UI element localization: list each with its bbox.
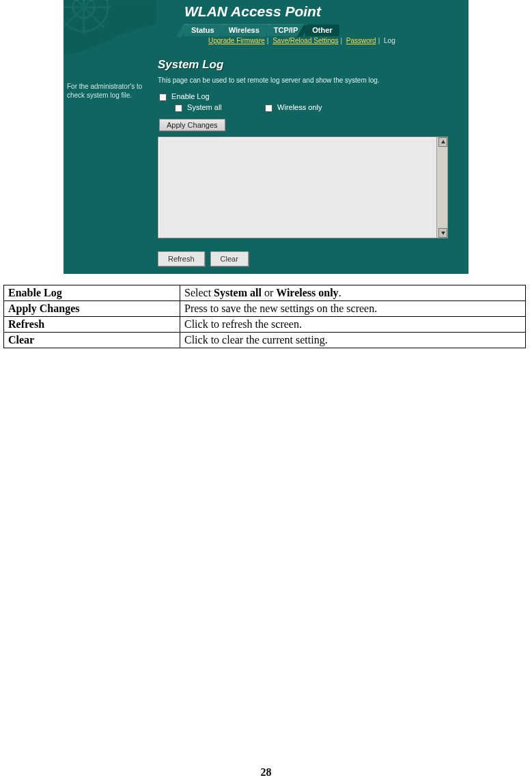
desc-cell: Click to refresh the screen. [180, 317, 526, 333]
scrollbar[interactable] [436, 137, 447, 238]
page-number: 28 [0, 766, 532, 779]
system-all-label: System all [187, 103, 222, 111]
scroll-down-icon[interactable] [438, 228, 447, 238]
term-cell: Enable Log [4, 285, 180, 301]
scroll-up-icon[interactable] [438, 137, 447, 147]
gear-decoration [64, 0, 158, 55]
enable-log-checkbox[interactable] [159, 94, 167, 101]
subnav: Upgrade Firmware| Save/Reload Settings| … [208, 37, 395, 44]
table-row: Refresh Click to refresh the screen. [4, 317, 526, 333]
table-row: Enable Log Select System all or Wireless… [4, 285, 526, 301]
tab-other[interactable]: Other [305, 24, 339, 36]
term-cell: Refresh [4, 317, 180, 333]
desc-cell: Click to clear the current setting. [180, 333, 526, 348]
sidebar-help-text: For the administrator's to check system … [67, 82, 149, 100]
refresh-button[interactable]: Refresh [158, 251, 205, 266]
desc-cell: Select System all or Wireless only. [180, 285, 526, 301]
clear-button[interactable]: Clear [210, 251, 249, 266]
system-all-checkbox[interactable] [175, 104, 182, 112]
term-cell: Clear [4, 333, 180, 348]
enable-log-label: Enable Log [171, 92, 210, 100]
wireless-only-checkbox[interactable] [265, 104, 272, 112]
subnav-log-current: Log [384, 37, 395, 44]
section-title: System Log [158, 58, 223, 72]
term-cell: Apply Changes [4, 301, 180, 317]
subnav-password[interactable]: Password [346, 37, 376, 44]
desc-cell: Press to save the new settings on the sc… [180, 301, 526, 317]
wireless-only-label: Wireless only [277, 103, 322, 111]
apply-changes-button[interactable]: Apply Changes [159, 119, 225, 131]
main-tabs: Status Wireless TCP/IP Other [184, 24, 339, 36]
app-title: WLAN Access Point [184, 3, 321, 20]
section-description: This page can be used to set remote log … [158, 76, 380, 84]
table-row: Apply Changes Press to save the new sett… [4, 301, 526, 317]
screenshot-panel: WLAN Access Point Status Wireless TCP/IP… [64, 0, 468, 274]
subnav-save-reload[interactable]: Save/Reload Settings [272, 37, 338, 44]
subnav-upgrade-firmware[interactable]: Upgrade Firmware [208, 37, 265, 44]
table-row: Clear Click to clear the current setting… [4, 333, 526, 348]
description-table: Enable Log Select System all or Wireless… [3, 285, 526, 348]
log-textarea[interactable] [158, 137, 448, 238]
